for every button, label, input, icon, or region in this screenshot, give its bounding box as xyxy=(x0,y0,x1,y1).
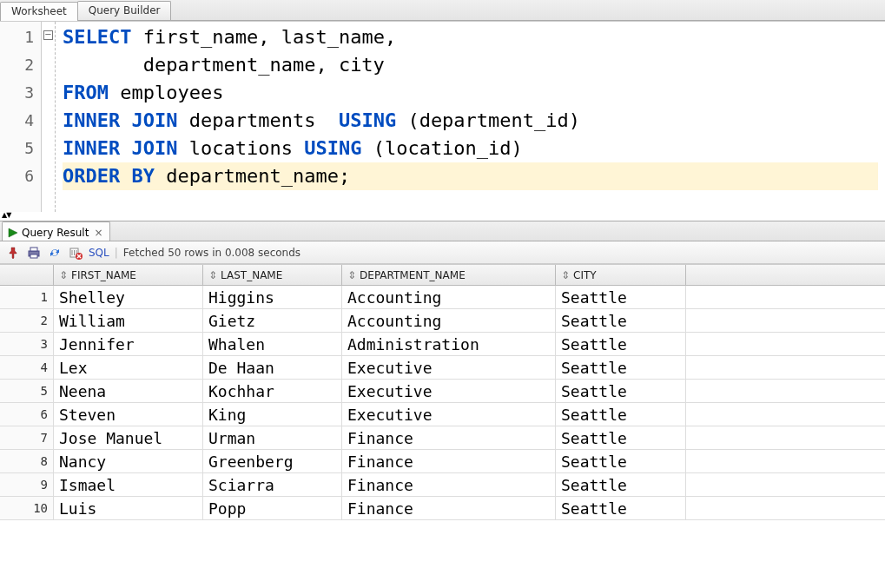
cell-first: Jose Manuel xyxy=(54,426,203,449)
sort-icon: ⇕ xyxy=(561,270,570,281)
line-number-gutter: 123456 xyxy=(0,22,42,212)
cell-first: Nancy xyxy=(54,450,203,472)
col-header-city[interactable]: ⇕ CITY xyxy=(556,265,686,285)
cell-last: Kochhar xyxy=(203,380,342,402)
cell-dept: Executive xyxy=(342,380,556,402)
rownum-cell: 8 xyxy=(0,450,54,472)
cell-city: Seattle xyxy=(556,497,686,519)
result-grid: ⇕ FIRST_NAME ⇕ LAST_NAME ⇕ DEPARTMENT_NA… xyxy=(0,264,885,520)
tab-query-result[interactable]: Query Result × xyxy=(2,221,110,241)
table-row[interactable]: 2WilliamGietzAccountingSeattle xyxy=(0,309,885,333)
sql-link[interactable]: SQL xyxy=(89,247,109,259)
table-row[interactable]: 5NeenaKochharExecutiveSeattle xyxy=(0,380,885,403)
rownum-cell: 10 xyxy=(0,497,54,519)
line-number: 5 xyxy=(0,135,41,162)
svg-rect-2 xyxy=(30,248,37,251)
cell-last: King xyxy=(203,403,342,426)
line-number: 6 xyxy=(0,162,41,190)
code-line[interactable]: FROM employees xyxy=(63,79,878,107)
table-row[interactable]: 9IsmaelSciarraFinanceSeattle xyxy=(0,473,885,497)
table-row[interactable]: 10LuisPoppFinanceSeattle xyxy=(0,497,885,520)
fetch-status: Fetched 50 rows in 0.008 seconds xyxy=(123,247,301,259)
table-row[interactable]: 6StevenKingExecutiveSeattle xyxy=(0,403,885,426)
sort-icon: ⇕ xyxy=(59,270,68,281)
print-icon[interactable] xyxy=(26,245,42,261)
cell-dept: Administration xyxy=(342,333,556,355)
col-label: LAST_NAME xyxy=(221,269,282,281)
cell-city: Seattle xyxy=(556,286,686,308)
svg-rect-3 xyxy=(30,254,37,258)
separator: | xyxy=(115,247,118,259)
col-header-last-name[interactable]: ⇕ LAST_NAME xyxy=(203,265,342,285)
cell-city: Seattle xyxy=(556,473,686,496)
code-line[interactable]: department_name, city xyxy=(63,51,878,79)
cell-first: William xyxy=(54,309,203,332)
table-row[interactable]: 3JenniferWhalenAdministrationSeattle xyxy=(0,333,885,356)
cell-dept: Finance xyxy=(342,450,556,472)
close-icon[interactable]: × xyxy=(94,227,102,239)
cell-city: Seattle xyxy=(556,333,686,355)
sort-icon: ⇕ xyxy=(208,270,217,281)
table-row[interactable]: 7Jose ManuelUrmanFinanceSeattle xyxy=(0,426,885,450)
tab-worksheet[interactable]: Worksheet xyxy=(0,2,78,21)
col-label: CITY xyxy=(573,269,597,281)
delete-icon[interactable] xyxy=(68,245,83,261)
table-row[interactable]: 8NancyGreenbergFinanceSeattle xyxy=(0,450,885,473)
cell-city: Seattle xyxy=(556,426,686,449)
rownum-cell: 7 xyxy=(0,426,54,449)
cell-first: Steven xyxy=(54,403,203,426)
rownum-cell: 2 xyxy=(0,309,54,332)
cell-first: Neena xyxy=(54,380,203,402)
cell-last: Sciarra xyxy=(203,473,342,496)
rownum-cell: 1 xyxy=(0,286,54,308)
code-line[interactable]: SELECT first_name, last_name, xyxy=(63,23,878,51)
table-row[interactable]: 1ShelleyHigginsAccountingSeattle xyxy=(0,286,885,309)
cell-first: Jennifer xyxy=(54,333,203,355)
tab-query-builder[interactable]: Query Builder xyxy=(77,1,172,20)
cell-city: Seattle xyxy=(556,403,686,426)
result-tabs: Query Result × xyxy=(0,221,885,241)
line-number: 4 xyxy=(0,107,41,135)
cell-city: Seattle xyxy=(556,309,686,332)
code-area[interactable]: SELECT first_name, last_name, department… xyxy=(56,22,885,212)
line-number: 2 xyxy=(0,51,41,79)
line-number: 1 xyxy=(0,23,41,51)
svg-marker-0 xyxy=(9,228,17,237)
cell-last: De Haan xyxy=(203,356,342,379)
cell-first: Ismael xyxy=(54,473,203,496)
rownum-cell: 6 xyxy=(0,403,54,426)
cell-dept: Finance xyxy=(342,497,556,519)
cell-city: Seattle xyxy=(556,356,686,379)
cell-last: Urman xyxy=(203,426,342,449)
rownum-header xyxy=(0,265,54,285)
editor-tabs: Worksheet Query Builder xyxy=(0,0,885,21)
col-header-department-name[interactable]: ⇕ DEPARTMENT_NAME xyxy=(342,265,556,285)
refresh-icon[interactable] xyxy=(47,245,63,261)
fold-toggle-icon[interactable]: − xyxy=(43,30,53,40)
code-line[interactable]: INNER JOIN departments USING (department… xyxy=(63,107,878,135)
sql-editor: 123456 − SELECT first_name, last_name, d… xyxy=(0,21,885,212)
code-line[interactable]: ORDER BY department_name; xyxy=(63,162,878,190)
cell-last: Higgins xyxy=(203,286,342,308)
cell-first: Luis xyxy=(54,497,203,519)
sort-icon: ⇕ xyxy=(347,270,356,281)
cell-last: Whalen xyxy=(203,333,342,355)
table-row[interactable]: 4LexDe HaanExecutiveSeattle xyxy=(0,356,885,380)
grid-header: ⇕ FIRST_NAME ⇕ LAST_NAME ⇕ DEPARTMENT_NA… xyxy=(0,265,885,286)
cell-dept: Executive xyxy=(342,403,556,426)
splitter-handle[interactable]: ▲▼ xyxy=(0,212,885,221)
rownum-cell: 4 xyxy=(0,356,54,379)
cell-dept: Executive xyxy=(342,356,556,379)
cell-city: Seattle xyxy=(556,450,686,472)
cell-last: Greenberg xyxy=(203,450,342,472)
result-toolbar: SQL | Fetched 50 rows in 0.008 seconds xyxy=(0,241,885,264)
col-label: FIRST_NAME xyxy=(71,269,136,281)
cell-city: Seattle xyxy=(556,380,686,402)
grid-body: 1ShelleyHigginsAccountingSeattle2William… xyxy=(0,286,885,520)
col-label: DEPARTMENT_NAME xyxy=(360,269,466,281)
col-header-first-name[interactable]: ⇕ FIRST_NAME xyxy=(54,265,203,285)
cell-dept: Accounting xyxy=(342,286,556,308)
line-number: 3 xyxy=(0,79,41,107)
pin-icon[interactable] xyxy=(5,245,21,261)
code-line[interactable]: INNER JOIN locations USING (location_id) xyxy=(63,135,878,162)
